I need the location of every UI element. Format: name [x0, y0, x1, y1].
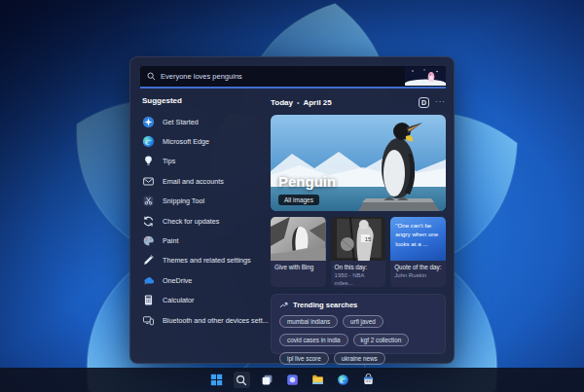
give-with-bing-photo [271, 217, 326, 261]
svg-text:15: 15 [364, 236, 371, 242]
search-bar[interactable] [140, 66, 446, 89]
card-caption: On this day: [335, 264, 383, 271]
feed-card-row: Give with Bing 15 [271, 217, 446, 287]
suggested-item-label: Calculator [163, 296, 194, 304]
trending-pill-list: mumbai indians urfi javed covid cases in… [279, 315, 437, 365]
file-explorer-button[interactable] [310, 372, 326, 388]
suggested-item-snipping-tool[interactable]: Snipping Tool [142, 192, 269, 211]
envelope-icon [142, 175, 155, 188]
widgets-button[interactable] [284, 372, 301, 388]
suggested-item-label: Check for updates [163, 217, 219, 226]
suggested-title: Suggested [142, 96, 269, 105]
card-subcaption: 1950 - NBA miles... [335, 272, 383, 287]
trending-title: Trending searches [293, 301, 357, 309]
card-give-with-bing[interactable]: Give with Bing [271, 217, 326, 287]
feed-section: Today • April 25 D ··· [271, 96, 446, 108]
suggested-item-tips[interactable]: Tips [142, 152, 269, 171]
hero-title: Penguin [278, 173, 336, 190]
trending-pill[interactable]: ipl live score [279, 352, 329, 365]
suggested-item-calculator[interactable]: Calculator [142, 291, 269, 310]
card-subcaption: John Ruskin [394, 272, 442, 280]
trending-up-icon [279, 301, 288, 309]
card-on-this-day[interactable]: 15 On this day: 1950 - NBA miles... [331, 217, 386, 287]
suggested-item-microsoft-edge[interactable]: Microsoft Edge [142, 131, 269, 151]
task-view-button[interactable] [259, 372, 275, 388]
today-label: Today [271, 98, 293, 107]
calculator-icon [142, 294, 155, 306]
date-separator: • [297, 99, 299, 106]
suggested-item-themes-settings[interactable]: Themes and related settings [142, 251, 269, 270]
suggested-section: Suggested Get Started [142, 96, 269, 330]
quote-text: "One can't be angry when one looks at a … [390, 217, 446, 261]
search-input[interactable] [161, 72, 400, 81]
suggested-item-label: Email and accounts [163, 177, 224, 186]
suggested-item-label: Get Started [163, 118, 199, 126]
date-label: April 25 [303, 98, 331, 107]
lightbulb-icon [142, 155, 155, 167]
suggested-item-onedrive[interactable]: OneDrive [142, 270, 269, 290]
suggested-list: Get Started Microsoft Edge [142, 112, 269, 330]
cloud-icon [142, 274, 155, 287]
trending-pill[interactable]: covid cases in india [279, 334, 348, 346]
taskbar [0, 368, 584, 392]
get-started-icon [142, 116, 155, 128]
suggested-item-label: Themes and related settings [163, 256, 251, 265]
profile-badge[interactable]: D [419, 97, 429, 108]
feed-header: Today • April 25 D ··· [271, 96, 446, 108]
desktop: Suggested Get Started [0, 0, 584, 392]
more-options-icon[interactable]: ··· [435, 98, 446, 106]
suggested-item-label: Bluetooth and other devices sett... [163, 316, 269, 325]
suggested-item-label: Paint [163, 236, 178, 245]
refresh-icon [142, 215, 155, 228]
suggested-item-label: Microsoft Edge [163, 137, 209, 146]
penguin-doodle-icon[interactable] [405, 67, 446, 86]
palette-icon [142, 234, 155, 247]
suggested-item-label: Snipping Tool [163, 196, 204, 205]
edge-icon [142, 135, 155, 148]
trending-pill[interactable]: urfi javed [343, 315, 383, 328]
suggested-item-label: OneDrive [163, 276, 192, 285]
store-button[interactable] [360, 372, 377, 388]
start-button[interactable] [208, 372, 225, 388]
devices-icon [142, 314, 155, 327]
card-caption: Give with Bing [274, 264, 322, 271]
card-quote-of-the-day[interactable]: "One can't be angry when one looks at a … [390, 217, 446, 287]
hero-image-card[interactable]: Penguin All images [271, 115, 446, 211]
suggested-item-bluetooth-devices[interactable]: Bluetooth and other devices sett... [142, 310, 269, 330]
suggested-item-label: Tips [163, 157, 175, 165]
search-flyout-panel: Suggested Get Started [129, 56, 455, 364]
trending-pill[interactable]: kgf 2 collection [353, 334, 410, 346]
trending-searches-panel: Trending searches mumbai indians urfi ja… [271, 294, 446, 354]
scissors-icon [142, 195, 155, 207]
trending-pill[interactable]: mumbai indians [279, 315, 338, 328]
suggested-item-get-started[interactable]: Get Started [142, 112, 269, 131]
search-icon [147, 72, 156, 81]
suggested-item-paint[interactable]: Paint [142, 231, 269, 250]
taskbar-search-button[interactable] [234, 372, 250, 388]
suggested-item-check-updates[interactable]: Check for updates [142, 211, 269, 231]
all-images-button[interactable]: All images [278, 195, 319, 205]
trending-pill[interactable]: ukraine news [334, 352, 385, 365]
on-this-day-photo: 15 [331, 217, 386, 261]
card-caption: Quote of the day: [394, 264, 442, 271]
taskbar-edge-button[interactable] [335, 372, 351, 388]
pencil-icon [142, 254, 155, 267]
suggested-item-email-accounts[interactable]: Email and accounts [142, 171, 269, 191]
